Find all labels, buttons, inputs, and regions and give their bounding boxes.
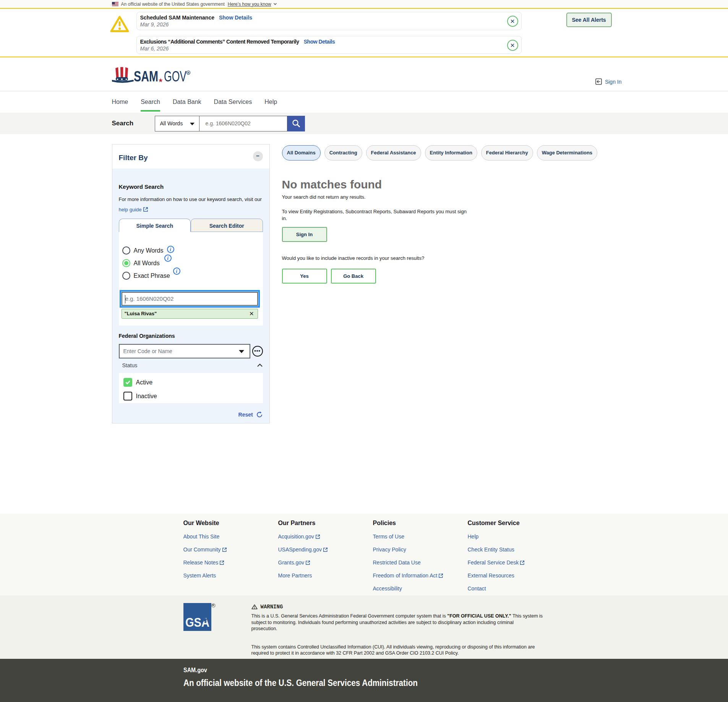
svg-text:SAM: SAM	[134, 68, 158, 83]
svg-text:GSA: GSA	[185, 615, 209, 629]
svg-text:R: R	[187, 71, 189, 74]
svg-text:GOV: GOV	[164, 68, 186, 83]
